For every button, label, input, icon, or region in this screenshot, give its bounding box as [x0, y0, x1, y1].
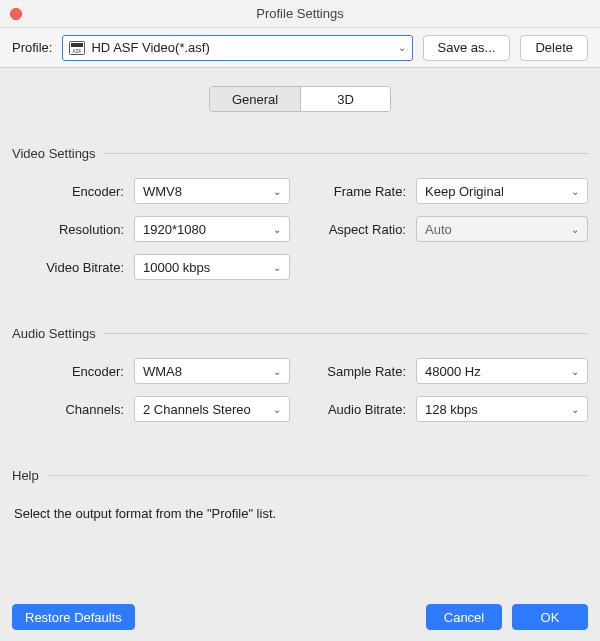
- chevron-down-icon: ⌄: [273, 186, 281, 197]
- video-settings-group: Video Settings Encoder: WMV8 ⌄ Frame Rat…: [12, 146, 588, 292]
- svg-text:ASF: ASF: [73, 48, 82, 53]
- video-settings-header: Video Settings: [12, 146, 588, 160]
- audio-settings-title: Audio Settings: [12, 326, 104, 341]
- sample-rate-label: Sample Rate:: [310, 364, 406, 379]
- audio-encoder-label: Encoder:: [12, 364, 124, 379]
- video-settings-title: Video Settings: [12, 146, 104, 161]
- audio-bitrate-value: 128 kbps: [425, 402, 478, 417]
- aspect-ratio-select[interactable]: Auto ⌄: [416, 216, 588, 242]
- window-title: Profile Settings: [0, 6, 600, 21]
- resolution-value: 1920*1080: [143, 222, 206, 237]
- toolbar: Profile: ASF HD ASF Video(*.asf) ⌄ Save …: [0, 28, 600, 68]
- video-encoder-value: WMV8: [143, 184, 182, 199]
- chevron-down-icon: ⌄: [571, 404, 579, 415]
- audio-settings-group: Audio Settings Encoder: WMA8 ⌄ Sample Ra…: [12, 326, 588, 434]
- chevron-down-icon: ⌄: [273, 262, 281, 273]
- audio-bitrate-label: Audio Bitrate:: [310, 402, 406, 417]
- save-as-button[interactable]: Save as...: [423, 35, 511, 61]
- body: General 3D Video Settings Encoder: WMV8 …: [0, 68, 600, 593]
- frame-rate-value: Keep Original: [425, 184, 504, 199]
- ok-button[interactable]: OK: [512, 604, 588, 630]
- profile-label: Profile:: [12, 40, 52, 55]
- footer: Restore Defaults Cancel OK: [0, 593, 600, 641]
- frame-rate-label: Frame Rate:: [310, 184, 406, 199]
- delete-button[interactable]: Delete: [520, 35, 588, 61]
- sample-rate-value: 48000 Hz: [425, 364, 481, 379]
- frame-rate-select[interactable]: Keep Original ⌄: [416, 178, 588, 204]
- tabs: General 3D: [209, 86, 391, 112]
- tabs-row: General 3D: [12, 68, 588, 122]
- chevron-down-icon: ⌄: [273, 366, 281, 377]
- sample-rate-select[interactable]: 48000 Hz ⌄: [416, 358, 588, 384]
- audio-encoder-select[interactable]: WMA8 ⌄: [134, 358, 290, 384]
- audio-bitrate-select[interactable]: 128 kbps ⌄: [416, 396, 588, 422]
- chevron-down-icon: ⌄: [571, 186, 579, 197]
- resolution-label: Resolution:: [12, 222, 124, 237]
- chevron-down-icon: ⌄: [571, 366, 579, 377]
- restore-defaults-button[interactable]: Restore Defaults: [12, 604, 135, 630]
- audio-settings-header: Audio Settings: [12, 326, 588, 340]
- help-header: Help: [12, 468, 588, 482]
- resolution-select[interactable]: 1920*1080 ⌄: [134, 216, 290, 242]
- svg-rect-1: [71, 43, 83, 47]
- channels-select[interactable]: 2 Channels Stereo ⌄: [134, 396, 290, 422]
- aspect-ratio-value: Auto: [425, 222, 452, 237]
- profile-select[interactable]: ASF HD ASF Video(*.asf) ⌄: [62, 35, 412, 61]
- titlebar: Profile Settings: [0, 0, 600, 28]
- help-text: Select the output format from the "Profi…: [12, 500, 588, 527]
- video-bitrate-value: 10000 kbps: [143, 260, 210, 275]
- chevron-down-icon: ⌄: [392, 42, 406, 53]
- channels-label: Channels:: [12, 402, 124, 417]
- close-icon[interactable]: [10, 8, 22, 20]
- profile-settings-window: Profile Settings Profile: ASF HD ASF Vid…: [0, 0, 600, 641]
- chevron-down-icon: ⌄: [273, 224, 281, 235]
- chevron-down-icon: ⌄: [273, 404, 281, 415]
- video-encoder-label: Encoder:: [12, 184, 124, 199]
- chevron-down-icon: ⌄: [571, 224, 579, 235]
- help-group: Help Select the output format from the "…: [12, 468, 588, 527]
- video-encoder-select[interactable]: WMV8 ⌄: [134, 178, 290, 204]
- asf-file-icon: ASF: [69, 41, 85, 55]
- cancel-button[interactable]: Cancel: [426, 604, 502, 630]
- video-bitrate-label: Video Bitrate:: [12, 260, 124, 275]
- tab-general[interactable]: General: [210, 87, 300, 111]
- help-title: Help: [12, 468, 47, 483]
- audio-encoder-value: WMA8: [143, 364, 182, 379]
- video-bitrate-select[interactable]: 10000 kbps ⌄: [134, 254, 290, 280]
- profile-value: HD ASF Video(*.asf): [91, 40, 391, 55]
- tab-3d[interactable]: 3D: [300, 87, 390, 111]
- channels-value: 2 Channels Stereo: [143, 402, 251, 417]
- group-divider: [12, 475, 588, 476]
- aspect-ratio-label: Aspect Ratio:: [310, 222, 406, 237]
